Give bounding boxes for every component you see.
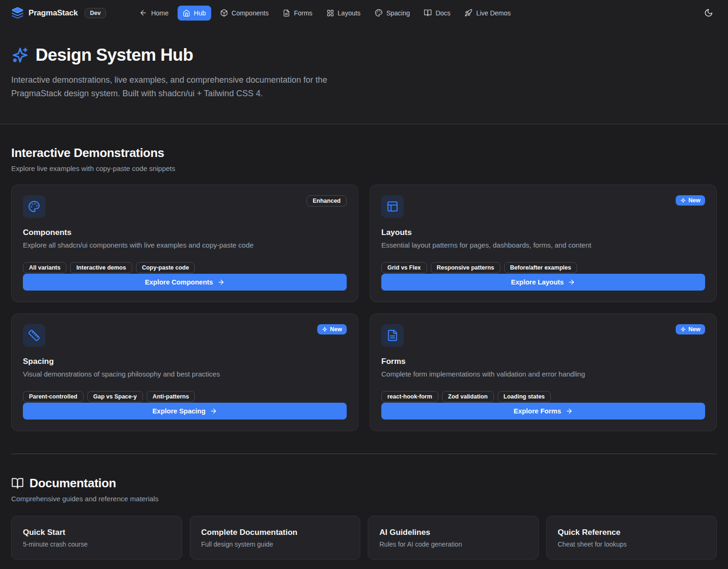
moon-icon (704, 8, 713, 17)
status-badge: Enhanced (307, 195, 347, 206)
nav-label: Forms (294, 9, 313, 17)
sparkles-icon (11, 46, 29, 64)
tag: Interactive demos (70, 262, 132, 273)
layout-grid-icon (327, 9, 334, 17)
card-title: Layouts (381, 228, 705, 237)
top-navigation-bar: PragmaStack Dev Home Hub Components Fo (0, 0, 728, 26)
nav-item-hub[interactable]: Hub (178, 6, 211, 21)
nav-item-docs[interactable]: Docs (419, 5, 456, 21)
palette-icon (23, 195, 45, 218)
card-description: Explore all shadcn/ui components with li… (23, 241, 347, 249)
nav-label: Docs (435, 9, 450, 17)
button-label: Explore Forms (514, 407, 561, 415)
card-title: Forms (381, 357, 705, 366)
explore-components-button[interactable]: Explore Components (23, 274, 347, 291)
tag: Loading states (498, 391, 551, 402)
tag: Responsive patterns (431, 262, 500, 273)
layers-logo-icon (11, 7, 24, 19)
demo-card-forms: New Forms Complete form implementations … (370, 313, 717, 431)
hero-section: Design System Hub Interactive demonstrat… (0, 26, 728, 124)
main-content: Interactive Demonstrations Explore live … (0, 146, 728, 560)
home-icon (183, 9, 190, 17)
nav-item-spacing[interactable]: Spacing (370, 5, 415, 21)
demo-card-layouts: New Layouts Essential layout patterns fo… (370, 185, 717, 302)
doc-card-title: AI Guidelines (379, 528, 527, 537)
arrow-right-icon (217, 278, 225, 286)
tag-row: Parent-controlled Gap vs Space-y Anti-pa… (23, 391, 347, 402)
nav-item-forms[interactable]: Forms (278, 6, 318, 21)
tag-row: Grid vs Flex Responsive patterns Before/… (381, 262, 705, 273)
explore-layouts-button[interactable]: Explore Layouts (381, 274, 705, 291)
main-nav: Home Hub Components Forms Layouts (134, 5, 516, 21)
brand[interactable]: PragmaStack Dev (11, 7, 106, 19)
file-text-icon (381, 324, 404, 347)
demos-heading: Interactive Demonstrations (11, 146, 717, 160)
tag: Zod validation (442, 391, 494, 402)
doc-card-title: Complete Documentation (201, 528, 349, 537)
explore-spacing-button[interactable]: Explore Spacing (23, 403, 347, 420)
palette-icon (375, 9, 383, 17)
documentation-card-grid: Quick Start 5-minute crash course Comple… (11, 516, 717, 560)
tag-row: All variants Interactive demos Copy-past… (23, 262, 347, 273)
nav-label: Live Demos (476, 9, 511, 17)
badge-label: New (688, 197, 700, 204)
card-title: Spacing (23, 357, 347, 366)
button-label: Explore Spacing (152, 407, 206, 415)
documentation-subheading: Comprehensive guides and reference mater… (11, 495, 717, 503)
card-description: Essential layout patterns for pages, das… (381, 241, 705, 249)
hero-divider (0, 124, 728, 124)
tag: Anti-patterns (147, 391, 195, 402)
arrow-left-icon (139, 9, 147, 17)
sparkles-icon (322, 327, 328, 332)
panels-top-left-icon (381, 195, 404, 218)
demo-card-spacing: New Spacing Visual demonstrations of spa… (11, 313, 358, 431)
doc-card-description: Full design system guide (201, 541, 349, 548)
doc-card-ai-guidelines[interactable]: AI Guidelines Rules for AI code generati… (368, 516, 539, 560)
documentation-section-header: Documentation Comprehensive guides and r… (11, 476, 717, 503)
nav-item-home[interactable]: Home (134, 5, 173, 21)
page-description: Interactive demonstrations, live example… (11, 73, 366, 100)
badge-label: New (688, 326, 700, 333)
doc-card-description: Cheat sheet for lookups (558, 541, 706, 548)
section-divider (11, 454, 717, 454)
explore-forms-button[interactable]: Explore Forms (381, 403, 705, 420)
doc-card-quick-reference[interactable]: Quick Reference Cheat sheet for lookups (546, 516, 717, 560)
tag: Gap vs Space-y (87, 391, 143, 402)
doc-card-title: Quick Start (23, 528, 171, 537)
card-description: Complete form implementations with valid… (381, 370, 705, 378)
badge-label: New (330, 326, 342, 333)
button-label: Explore Layouts (511, 278, 564, 286)
sparkles-icon (680, 198, 686, 203)
doc-card-complete-documentation[interactable]: Complete Documentation Full design syste… (190, 516, 361, 560)
nav-item-live-demos[interactable]: Live Demos (459, 5, 516, 21)
book-open-icon (11, 477, 24, 490)
nav-label: Spacing (386, 9, 410, 17)
ruler-icon (23, 324, 45, 347)
nav-item-layouts[interactable]: Layouts (321, 6, 366, 21)
doc-card-quick-start[interactable]: Quick Start 5-minute crash course (11, 516, 182, 560)
book-open-icon (424, 9, 432, 17)
tag: Parent-controlled (23, 391, 84, 402)
nav-item-components[interactable]: Components (215, 5, 274, 21)
brand-name: PragmaStack (29, 8, 78, 18)
nav-label: Layouts (338, 9, 361, 17)
package-icon (220, 9, 228, 17)
demo-card-grid: Enhanced Components Explore all shadcn/u… (11, 185, 717, 431)
theme-toggle-button[interactable] (700, 5, 717, 21)
dev-badge: Dev (85, 8, 107, 18)
new-badge: New (676, 195, 705, 206)
doc-card-description: Rules for AI code generation (379, 541, 527, 548)
new-badge: New (317, 324, 347, 334)
file-text-icon (283, 9, 290, 17)
doc-card-title: Quick Reference (558, 528, 706, 537)
arrow-right-icon (210, 407, 217, 415)
nav-label: Home (151, 9, 168, 17)
rocket-icon (464, 9, 472, 17)
heading-text: Documentation (29, 476, 116, 491)
nav-label: Components (232, 9, 269, 17)
demo-card-components: Enhanced Components Explore all shadcn/u… (11, 185, 358, 302)
tag: Copy-paste code (136, 262, 195, 273)
tag: Before/after examples (504, 262, 578, 273)
doc-card-description: 5-minute crash course (23, 541, 171, 548)
card-description: Visual demonstrations of spacing philoso… (23, 370, 347, 378)
